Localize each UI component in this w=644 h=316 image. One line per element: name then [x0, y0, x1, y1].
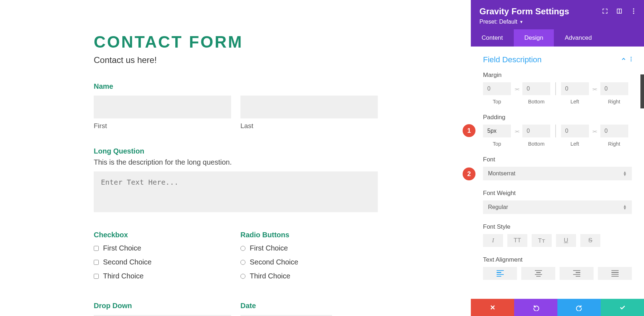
- font-group: Font Montserrat ▲▼: [483, 156, 632, 180]
- strikethrough-button[interactable]: S: [580, 234, 600, 247]
- panel-header: Gravity Form Settings Preset: Default ▼: [471, 0, 644, 29]
- link-icon[interactable]: ⫘: [591, 125, 598, 137]
- field-checkbox: Checkbox First Choice Second Choice Thir…: [94, 231, 231, 286]
- margin-top-input[interactable]: [483, 82, 511, 95]
- more-vert-icon[interactable]: [630, 57, 632, 63]
- chevron-up-icon[interactable]: [621, 57, 626, 63]
- margin-right-input[interactable]: [600, 82, 628, 95]
- divider: [555, 125, 556, 137]
- close-button[interactable]: [471, 299, 514, 316]
- margin-top-label: Top: [493, 99, 501, 104]
- field-date: Date mm/dd/yyyy: [240, 302, 378, 316]
- field-long-question: Long Question This is the description fo…: [94, 147, 378, 214]
- divider: [555, 82, 556, 95]
- field-dropdown: Drop Down First Choice ⌄: [94, 302, 231, 316]
- svg-point-4: [633, 13, 634, 14]
- preset-label: Preset: Default: [479, 19, 517, 25]
- panel-tabs: Content Design Advanced: [471, 29, 644, 47]
- font-select[interactable]: Montserrat ▲▼: [483, 167, 632, 180]
- field-label-dropdown: Drop Down: [94, 302, 231, 310]
- font-weight-label: Font Weight: [483, 190, 632, 197]
- checkbox-option-1[interactable]: [94, 246, 99, 251]
- svg-point-6: [631, 59, 632, 60]
- field-label-long: Long Question: [94, 147, 378, 155]
- font-weight-group: Font Weight Regular ▲▼: [483, 190, 632, 214]
- padding-right-label: Right: [608, 141, 620, 147]
- margin-bottom-label: Bottom: [528, 99, 545, 104]
- field-name: Name First Last: [94, 82, 378, 130]
- columns-icon[interactable]: [616, 8, 623, 14]
- svg-point-5: [631, 57, 632, 58]
- form-subtitle: Contact us here!: [94, 55, 378, 65]
- font-label: Font: [483, 156, 632, 163]
- section-title: Field Description: [483, 55, 542, 64]
- align-left-button[interactable]: [483, 267, 517, 280]
- margin-bottom-input[interactable]: [522, 82, 550, 95]
- smallcaps-button[interactable]: Tᴛ: [532, 234, 552, 247]
- align-center-button[interactable]: [521, 267, 555, 280]
- preset-selector[interactable]: Preset: Default ▼: [479, 19, 523, 25]
- svg-point-2: [633, 8, 634, 9]
- margin-left-input[interactable]: [561, 82, 589, 95]
- uppercase-button[interactable]: TT: [507, 234, 527, 247]
- checkbox-option-2[interactable]: [94, 260, 99, 265]
- expand-icon[interactable]: [602, 8, 608, 14]
- link-icon[interactable]: ⫘: [513, 82, 520, 95]
- tab-advanced[interactable]: Advanced: [554, 29, 602, 47]
- field-label-radio: Radio Buttons: [240, 231, 378, 239]
- font-style-group: Font Style I TT Tᴛ U S: [483, 223, 632, 247]
- padding-left-label: Left: [570, 141, 579, 147]
- long-question-textarea[interactable]: [94, 171, 378, 212]
- field-radio: Radio Buttons First Choice Second Choice…: [240, 231, 378, 286]
- undo-button[interactable]: [514, 299, 557, 316]
- font-style-label: Font Style: [483, 223, 632, 230]
- padding-label: Padding: [483, 114, 632, 121]
- last-name-sublabel: Last: [240, 122, 378, 130]
- svg-point-7: [631, 60, 632, 62]
- text-alignment-group: Text Alignment: [483, 256, 632, 280]
- field-label-name: Name: [94, 82, 378, 91]
- underline-button[interactable]: U: [556, 234, 576, 247]
- radio-label-1: First Choice: [250, 244, 288, 252]
- padding-bottom-input[interactable]: [522, 125, 550, 137]
- align-right-button[interactable]: [560, 267, 594, 280]
- panel-body: Field Description Margin Top ⫘ Bottom Le…: [471, 47, 644, 299]
- checkbox-label-3: Third Choice: [103, 272, 143, 280]
- margin-right-label: Right: [608, 99, 620, 104]
- first-name-sublabel: First: [94, 122, 231, 130]
- padding-bottom-label: Bottom: [528, 141, 545, 147]
- annotation-marker-1: 1: [463, 124, 475, 137]
- radio-label-2: Second Choice: [250, 258, 298, 266]
- radio-option-2[interactable]: [240, 260, 245, 265]
- padding-left-input[interactable]: [561, 125, 589, 137]
- scrollbar-thumb[interactable]: [640, 74, 644, 108]
- font-value: Montserrat: [488, 170, 515, 177]
- font-weight-value: Regular: [488, 204, 508, 210]
- tab-content[interactable]: Content: [471, 29, 514, 47]
- save-button[interactable]: [601, 299, 644, 316]
- panel-footer: [471, 299, 644, 316]
- italic-button[interactable]: I: [483, 234, 503, 247]
- padding-top-input[interactable]: [483, 125, 511, 137]
- radio-option-1[interactable]: [240, 246, 245, 251]
- first-name-input[interactable]: [94, 96, 231, 118]
- more-vert-icon[interactable]: [630, 8, 637, 14]
- redo-button[interactable]: [557, 299, 601, 316]
- field-label-checkbox: Checkbox: [94, 231, 231, 239]
- checkbox-option-3[interactable]: [94, 274, 99, 279]
- margin-left-label: Left: [570, 99, 579, 104]
- chevron-down-icon: ▼: [519, 20, 523, 24]
- last-name-input[interactable]: [240, 96, 378, 118]
- radio-option-3[interactable]: [240, 274, 245, 279]
- margin-group: Margin Top ⫘ Bottom Left ⫘ Right: [483, 72, 632, 104]
- link-icon[interactable]: ⫘: [513, 125, 520, 137]
- link-icon[interactable]: ⫘: [591, 82, 598, 95]
- padding-group: Padding Top ⫘ Bottom Left ⫘ Right: [483, 114, 632, 147]
- settings-panel: Gravity Form Settings Preset: Default ▼ …: [471, 0, 644, 316]
- updown-icon: ▲▼: [623, 205, 627, 210]
- align-justify-button[interactable]: [598, 267, 632, 280]
- font-weight-select[interactable]: Regular ▲▼: [483, 200, 632, 214]
- padding-right-input[interactable]: [600, 125, 628, 137]
- margin-label: Margin: [483, 72, 632, 79]
- tab-design[interactable]: Design: [514, 29, 554, 47]
